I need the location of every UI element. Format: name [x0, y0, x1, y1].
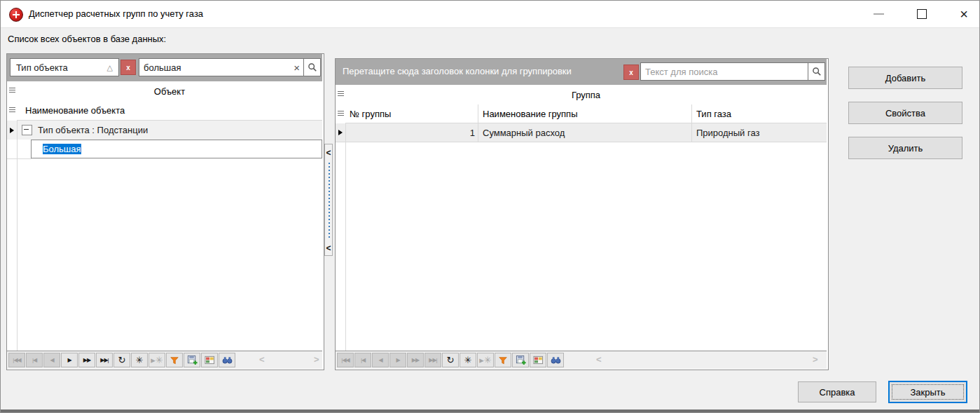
collapse-group-button[interactable]: [22, 125, 32, 135]
properties-button[interactable]: Свойства: [848, 102, 962, 124]
group-row-substations[interactable]: Тип объекта : Подстанции: [7, 121, 322, 140]
panel-splitter[interactable]: < <: [324, 144, 333, 256]
nav-prev-icon: ◀: [50, 357, 53, 363]
left-hscroll-right-arrow[interactable]: >: [314, 354, 319, 365]
clear-grouping-button[interactable]: x: [120, 60, 136, 75]
right-search-button[interactable]: [808, 63, 824, 80]
groups-grid: Перетащите сюда заголовок колонки для гр…: [335, 58, 829, 370]
row-indicator-cell: [336, 123, 346, 142]
nav-append-from-button: ▸✳: [477, 353, 494, 367]
nav-save-layout-button[interactable]: [512, 353, 529, 367]
nav-next-icon: ▶: [396, 357, 399, 363]
nav-filter-button[interactable]: [495, 353, 511, 367]
nav-last-button: ▶▶|: [425, 353, 441, 367]
refresh-icon: ↻: [447, 355, 455, 365]
nav-layout-button[interactable]: [201, 353, 218, 367]
splitter-collapse-bottom-icon[interactable]: <: [325, 243, 332, 253]
clear-grouping-button[interactable]: x: [623, 65, 639, 80]
nav-refresh-button[interactable]: ↻: [442, 353, 459, 367]
layout-grid-icon: [533, 355, 544, 365]
group-data-row[interactable]: 1 Суммарный расход Природный газ: [336, 123, 827, 142]
column-header-label: Тип газа: [696, 109, 731, 119]
nav-refresh-button[interactable]: ↻: [113, 353, 130, 367]
nav-append-button[interactable]: ✳: [131, 353, 148, 367]
cell-group-name[interactable]: Суммарный расход: [478, 123, 692, 142]
nav-last-button[interactable]: ▶▶|: [96, 353, 113, 367]
nav-prev-button: ◀: [372, 353, 389, 367]
binoculars-icon: [551, 355, 561, 365]
left-band-header[interactable]: Объект: [17, 81, 322, 102]
splitter-collapse-top-icon[interactable]: <: [325, 148, 332, 158]
save-plus-icon: [187, 355, 198, 365]
nav-next-button[interactable]: ▶: [61, 353, 78, 367]
filter-funnel-icon: [498, 356, 508, 365]
help-button-label: Справка: [820, 387, 855, 398]
column-header-label: № группы: [350, 109, 391, 119]
delete-button[interactable]: Удалить: [848, 137, 962, 159]
nav-save-layout-button[interactable]: [184, 353, 200, 367]
help-button[interactable]: Справка: [798, 381, 876, 402]
nav-layout-button[interactable]: [530, 353, 546, 367]
window-title: Диспетчер расчетных групп по учету газа: [29, 8, 203, 19]
column-header-gas-type[interactable]: Тип газа: [692, 104, 827, 123]
column-header-object-name[interactable]: Наименование объекта: [17, 101, 322, 121]
column-options-icon: [338, 111, 344, 117]
left-navigator-bar: |◀◀ |◀ ◀ ▶ ▶▶ ▶▶| ↻ ✳ ▸✳: [7, 351, 322, 369]
group-indent-cell: [17, 140, 32, 159]
add-button[interactable]: Добавить: [848, 67, 962, 89]
row-indicator-icon: [338, 130, 343, 135]
cell-group-number[interactable]: 1: [345, 123, 478, 142]
magnifier-icon: [308, 62, 317, 72]
left-search-input[interactable]: [139, 62, 290, 73]
left-search-button[interactable]: [303, 59, 320, 76]
nav-find-button[interactable]: [219, 353, 235, 367]
sort-ascending-icon: △: [107, 63, 113, 72]
nav-prev-page-button: |◀: [26, 353, 43, 367]
clear-grouping-x-icon: x: [126, 64, 130, 72]
cell-editor[interactable]: Большая: [31, 140, 322, 158]
minimize-button[interactable]: [862, 1, 895, 27]
band-options-icon: [9, 88, 15, 94]
clear-grouping-x-icon: x: [629, 69, 633, 76]
group-chip-object-type[interactable]: Тип объекта △: [10, 58, 119, 76]
magnifier-icon: [812, 67, 822, 76]
left-search-clear-icon[interactable]: ×: [290, 62, 303, 74]
close-button[interactable]: ×: [948, 1, 980, 27]
group-chip-label: Тип объекта: [16, 62, 68, 73]
left-groupby-bar: Тип объекта △ x ×: [7, 54, 322, 81]
maximize-button[interactable]: [906, 1, 938, 27]
right-hscroll-right-arrow[interactable]: >: [813, 354, 818, 365]
nav-find-button[interactable]: [547, 353, 564, 367]
subtitle-label: Список всех объектов в базе данных:: [8, 34, 166, 44]
left-band-label: Объект: [154, 86, 185, 97]
nav-prev-button: ◀: [43, 353, 60, 367]
nav-first-button: |◀◀: [337, 353, 354, 367]
nav-first-icon: |◀◀: [13, 357, 20, 363]
append-icon: ✳: [136, 355, 144, 365]
nav-filter-button[interactable]: [166, 353, 183, 367]
nav-next-icon: ▶: [67, 357, 71, 363]
left-hscroll-left-arrow[interactable]: <: [259, 354, 265, 365]
right-hscroll-left-arrow[interactable]: <: [596, 354, 602, 365]
nav-next-page-button: ▶▶: [407, 353, 424, 367]
right-navigator-bar: |◀◀ |◀ ◀ ▶ ▶▶ ▶▶| ↻ ✳ ▸✳: [336, 351, 827, 369]
group-row-label: Тип объекта : Подстанции: [38, 125, 148, 135]
nav-prev-page-button: |◀: [354, 353, 371, 367]
objects-grid: Тип объекта △ x × Объек: [6, 53, 324, 370]
right-search-input[interactable]: [641, 67, 808, 77]
object-data-row[interactable]: Большая: [7, 140, 322, 158]
right-band-header[interactable]: Группа: [345, 85, 827, 105]
close-dialog-button[interactable]: Закрыть: [888, 381, 967, 403]
binoculars-icon: [222, 355, 233, 365]
nav-first-button: |◀◀: [8, 353, 25, 367]
nav-append-button[interactable]: ✳: [460, 353, 476, 367]
cell-gas-type[interactable]: Природный газ: [692, 123, 827, 142]
window-bottom-border: [1, 409, 979, 412]
refresh-icon: ↻: [118, 355, 126, 365]
close-icon: ×: [960, 7, 968, 21]
title-bar: Диспетчер расчетных групп по учету газа …: [1, 1, 979, 28]
maximize-icon: [917, 9, 927, 19]
column-header-group-number[interactable]: № группы: [345, 104, 478, 123]
column-header-group-name[interactable]: Наименование группы: [478, 104, 692, 123]
nav-next-page-button[interactable]: ▶▶: [78, 353, 95, 367]
